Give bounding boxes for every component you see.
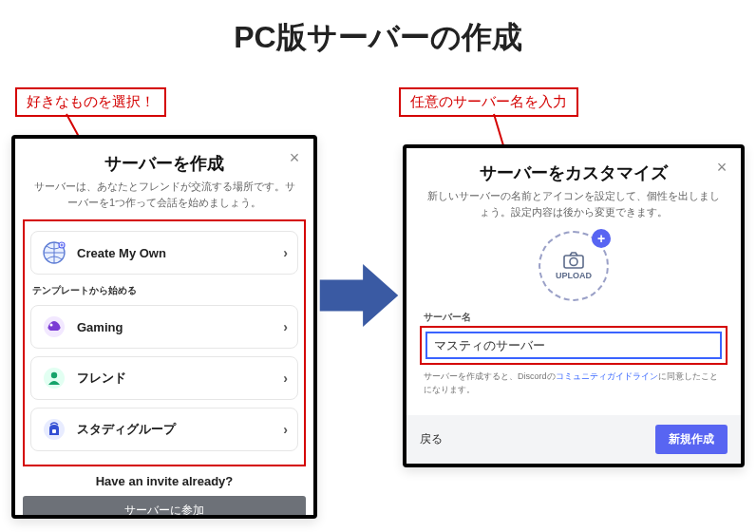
community-guidelines-link[interactable]: コミュニティガイドライン <box>556 371 658 381</box>
template-section-label: テンプレートから始める <box>32 284 298 297</box>
option-label: Gaming <box>77 320 283 334</box>
dialog1-title: サーバーを作成 <box>32 152 296 175</box>
back-button[interactable]: 戻る <box>420 431 443 447</box>
chevron-right-icon: › <box>283 319 288 334</box>
upload-label: UPLOAD <box>556 271 592 280</box>
customize-server-dialog: サーバーをカスタマイズ 新しいサーバーの名前とアイコンを設定して、個性を出しまし… <box>403 144 745 467</box>
create-button[interactable]: 新規作成 <box>655 425 728 454</box>
study-icon <box>41 416 67 443</box>
option-gaming[interactable]: Gaming › <box>30 305 298 349</box>
join-server-button[interactable]: サーバーに参加 <box>23 496 306 519</box>
chevron-right-icon: › <box>283 422 288 437</box>
page-title: PC版サーバーの作成 <box>0 0 756 66</box>
globe-icon <box>41 239 67 266</box>
guideline-note: サーバーを作成すると、Discordのコミュニティガイドラインに同意したことにな… <box>424 370 724 396</box>
have-invite-label: Have an invite already? <box>15 474 313 488</box>
chevron-right-icon: › <box>283 370 288 386</box>
callout-left: 好きなものを選択！ <box>15 87 166 117</box>
option-label: スタディグループ <box>77 421 283 438</box>
template-options-highlight: Create My Own › テンプレートから始める Gaming › <box>23 219 306 466</box>
server-name-input[interactable] <box>425 332 722 359</box>
callout-right: 任意のサーバー名を入力 <box>399 87 578 117</box>
dialog2-title: サーバーをカスタマイズ <box>424 162 724 184</box>
note-brand: Discord <box>518 371 547 381</box>
plus-icon: + <box>592 229 611 248</box>
svg-point-3 <box>50 324 53 327</box>
svg-point-5 <box>51 372 57 378</box>
svg-point-9 <box>570 258 577 266</box>
dialog2-subtitle: 新しいサーバーの名前とアイコンを設定して、個性を出しましょう。設定内容は後から変… <box>424 188 724 219</box>
server-name-highlight <box>420 326 728 365</box>
friends-icon <box>41 365 67 391</box>
dialog1-subtitle: サーバーは、あなたとフレンドが交流する場所です。サーバーを1つ作って会話を始めま… <box>32 179 296 210</box>
option-label: フレンド <box>77 370 283 387</box>
svg-rect-7 <box>52 429 56 433</box>
create-server-dialog: サーバーを作成 サーバーは、あなたとフレンドが交流する場所です。サーバーを1つ作… <box>11 135 317 519</box>
camera-icon <box>563 252 584 269</box>
close-icon[interactable]: × <box>712 158 731 177</box>
close-icon[interactable]: × <box>285 148 304 167</box>
upload-avatar-button[interactable]: UPLOAD + <box>539 231 609 301</box>
option-label: Create My Own <box>77 246 283 260</box>
big-arrow-icon <box>319 264 399 327</box>
note-prefix: サーバーを作成すると、 <box>424 371 518 381</box>
server-name-field-label: サーバー名 <box>424 311 724 324</box>
chevron-right-icon: › <box>283 245 288 260</box>
option-study-group[interactable]: スタディグループ › <box>30 408 298 451</box>
gaming-icon <box>41 314 67 340</box>
option-create-my-own[interactable]: Create My Own › <box>30 231 298 275</box>
option-friends[interactable]: フレンド › <box>30 356 298 400</box>
